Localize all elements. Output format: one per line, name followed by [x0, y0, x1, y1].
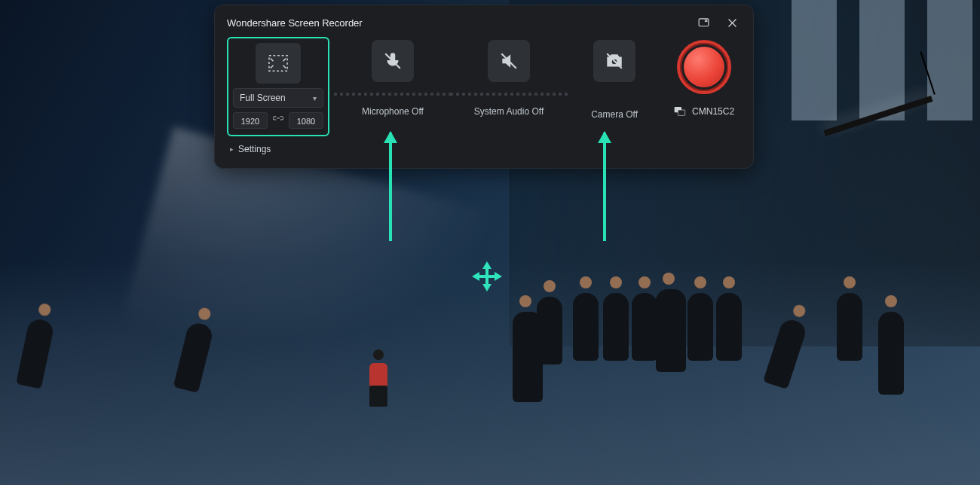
monitor-select[interactable]: CMN15C2 — [674, 106, 734, 117]
speaker-off-icon — [499, 51, 519, 71]
fullscreen-select-icon — [267, 53, 289, 73]
aspect-lock-toggle[interactable] — [273, 114, 283, 127]
system-audio-toggle[interactable] — [488, 40, 530, 82]
system-audio-block: System Audio Off — [456, 37, 562, 117]
capture-width-input[interactable]: 1920 — [233, 112, 268, 129]
system-audio-label: System Audio Off — [474, 106, 544, 117]
camera-label: Camera Off — [591, 109, 638, 120]
capture-height-input[interactable]: 1080 — [289, 112, 323, 129]
settings-label: Settings — [238, 144, 271, 154]
chevron-down-icon: ▾ — [313, 94, 317, 102]
capture-area-button[interactable] — [256, 43, 301, 84]
capture-mode-label: Full Screen — [240, 93, 286, 103]
capture-mode-select[interactable]: Full Screen ▾ — [233, 88, 323, 108]
record-button[interactable] — [677, 40, 731, 94]
recorder-panel: Wondershare Screen Recorder — [214, 5, 754, 169]
collapse-button[interactable] — [694, 14, 712, 32]
record-block: CMN15C2 — [667, 37, 741, 117]
annotation-arrow-microphone — [389, 133, 392, 241]
microphone-block: Microphone Off — [340, 37, 446, 117]
monitor-icon — [674, 106, 686, 117]
mic-level-meter — [334, 93, 452, 96]
app-title: Wondershare Screen Recorder — [227, 17, 363, 29]
collapse-icon — [697, 17, 710, 29]
annotation-arrow-camera — [603, 133, 606, 241]
svg-rect-10 — [478, 275, 496, 278]
record-icon — [684, 47, 724, 87]
monitor-name: CMN15C2 — [692, 106, 734, 117]
move-handle-icon — [470, 260, 504, 293]
microphone-label: Microphone Off — [362, 106, 424, 117]
close-icon — [726, 17, 739, 29]
microphone-off-icon — [383, 51, 403, 71]
capture-move-handle[interactable] — [470, 260, 504, 293]
camera-off-icon — [605, 51, 624, 71]
svg-rect-1 — [269, 56, 287, 71]
camera-toggle[interactable] — [593, 40, 635, 82]
microphone-toggle[interactable] — [372, 40, 414, 82]
settings-toggle[interactable]: ▸ Settings — [230, 144, 741, 154]
chevron-right-icon: ▸ — [230, 145, 234, 153]
link-lock-icon — [273, 115, 283, 124]
close-button[interactable] — [723, 14, 741, 32]
capture-area-block: Full Screen ▾ 1920 1080 — [227, 37, 329, 136]
svg-rect-4 — [678, 110, 684, 115]
camera-block: Camera Off — [572, 37, 657, 120]
system-audio-level-meter — [450, 93, 568, 96]
player-character — [369, 349, 392, 402]
